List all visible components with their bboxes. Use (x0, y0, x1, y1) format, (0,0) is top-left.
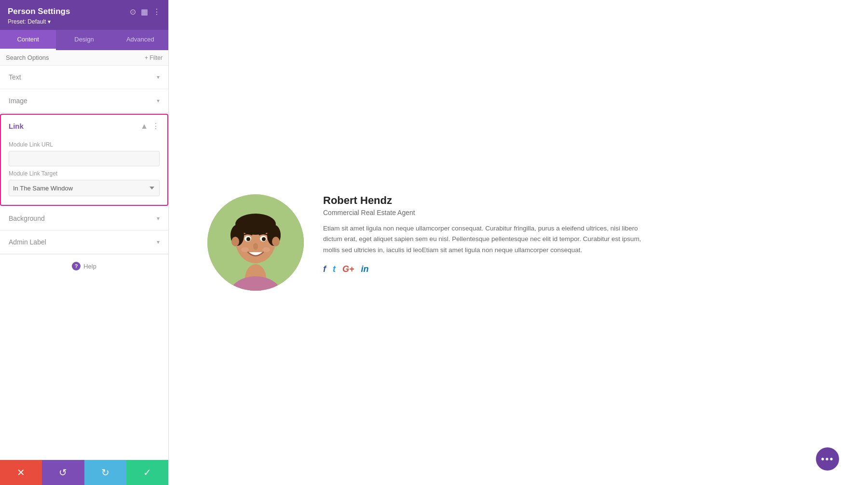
help-icon: ? (72, 262, 81, 270)
target-field-label: Module Link Target (9, 170, 160, 177)
chevron-down-icon: ▾ (157, 239, 160, 245)
svg-point-8 (272, 237, 280, 246)
svg-point-12 (262, 237, 266, 241)
url-field-label: Module Link URL (9, 141, 160, 148)
person-name: Robert Hendz (323, 194, 641, 207)
help-button[interactable]: ? Help (72, 262, 96, 270)
tab-design[interactable]: Design (56, 30, 112, 50)
accordion-background-label: Background (9, 215, 45, 222)
main-content: Robert Hendz Commercial Real Estate Agen… (169, 0, 868, 485)
svg-point-13 (253, 243, 258, 250)
avatar-image (207, 194, 304, 291)
accordion-image: Image ▾ (0, 89, 168, 113)
accordion-link: Link ▲ ⋮ Module Link URL Module Link Tar… (0, 114, 168, 206)
sidebar-header: Person Settings ⊙ ▦ ⋮ Preset: Default ▾ (0, 0, 168, 30)
more-options-icon[interactable]: ⋮ (152, 121, 160, 131)
search-input[interactable] (6, 54, 145, 61)
accordion-image-label: Image (9, 97, 27, 105)
link-section-title: Link (9, 122, 24, 130)
filter-button[interactable]: + Filter (145, 54, 163, 61)
chevron-down-icon: ▾ (157, 97, 160, 104)
preset-arrow: ▾ (48, 18, 51, 25)
avatar (207, 194, 304, 291)
redo-button[interactable]: ↻ (84, 460, 126, 485)
accordion-image-header[interactable]: Image ▾ (0, 89, 168, 112)
person-job-title: Commercial Real Estate Agent (323, 209, 641, 216)
twitter-link[interactable]: t (333, 264, 336, 274)
module-link-url-input[interactable] (9, 151, 160, 166)
person-card: Robert Hendz Commercial Real Estate Agen… (207, 194, 641, 291)
accordion-text-header[interactable]: Text ▾ (0, 66, 168, 89)
help-label: Help (83, 263, 96, 270)
preset-row[interactable]: Preset: Default ▾ (8, 18, 161, 25)
fab-button[interactable]: ••• (816, 447, 839, 471)
save-button[interactable]: ✓ (126, 460, 168, 485)
link-section-body: Module Link URL Module Link Target In Th… (1, 135, 167, 205)
accordion-background: Background ▾ (0, 207, 168, 230)
linkedin-link[interactable]: in (361, 264, 369, 274)
header-icons: ⊙ ▦ ⋮ (130, 7, 161, 16)
fab-icon: ••• (821, 454, 834, 465)
sidebar: Person Settings ⊙ ▦ ⋮ Preset: Default ▾ … (0, 0, 169, 485)
google-link[interactable]: G+ (342, 264, 354, 274)
module-link-target-select[interactable]: In The Same Window In The New Window (9, 180, 160, 196)
person-bio: Etiam sit amet ligula non neque ullamcor… (323, 223, 641, 256)
tab-advanced[interactable]: Advanced (112, 30, 168, 50)
tabs: Content Design Advanced (0, 30, 168, 50)
settings-icon[interactable]: ⊙ (130, 7, 136, 16)
svg-point-7 (231, 237, 239, 246)
accordion-text-label: Text (9, 73, 21, 81)
chevron-down-icon: ▾ (157, 74, 160, 81)
accordion-list: Text ▾ Image ▾ Link ▲ ⋮ Module Link URL (0, 66, 168, 485)
link-section-header[interactable]: Link ▲ ⋮ (1, 115, 167, 135)
accordion-admin-label-label: Admin Label (9, 238, 46, 246)
cancel-button[interactable]: ✕ (0, 460, 42, 485)
help-row: ? Help (0, 254, 168, 277)
accordion-admin-label-header[interactable]: Admin Label ▾ (0, 230, 168, 254)
social-links: f t G+ in (323, 264, 641, 274)
facebook-link[interactable]: f (323, 264, 326, 274)
person-info: Robert Hendz Commercial Real Estate Agen… (323, 194, 641, 274)
chevron-up-icon: ▲ (140, 122, 148, 131)
svg-point-15 (262, 247, 270, 252)
accordion-text: Text ▾ (0, 66, 168, 89)
preset-label: Preset: Default (8, 18, 46, 25)
svg-point-11 (246, 237, 250, 241)
panel-title: Person Settings (8, 7, 70, 16)
accordion-admin-label: Admin Label ▾ (0, 230, 168, 254)
svg-point-14 (241, 247, 249, 252)
more-icon[interactable]: ⋮ (153, 7, 161, 16)
layout-icon[interactable]: ▦ (141, 7, 148, 16)
search-bar: + Filter (0, 50, 168, 66)
accordion-background-header[interactable]: Background ▾ (0, 207, 168, 230)
chevron-down-icon: ▾ (157, 215, 160, 222)
bottom-bar: ✕ ↺ ↻ ✓ (0, 460, 168, 485)
undo-button[interactable]: ↺ (42, 460, 84, 485)
tab-content[interactable]: Content (0, 30, 56, 50)
